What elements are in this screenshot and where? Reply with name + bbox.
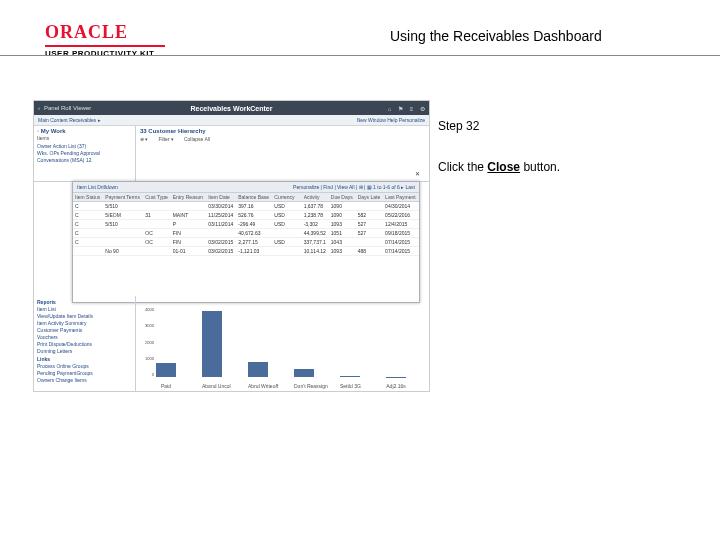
back-icon[interactable]: ‹ xyxy=(38,105,40,111)
instruction-post: button. xyxy=(520,160,560,174)
brand-block: ORACLE USER PRODUCTIVITY KIT xyxy=(45,22,165,58)
report-link[interactable]: Item Activity Summary xyxy=(37,320,132,326)
table-row[interactable]: COCFIN03/02/20152,277.15USD337,737.11043… xyxy=(73,238,419,247)
menu-icon[interactable]: ≡ xyxy=(410,106,414,112)
popup-title: Item List Drilldown xyxy=(77,184,118,190)
chart-bar xyxy=(340,376,360,377)
chart-xlabel: Paid xyxy=(156,383,176,389)
breadcrumb[interactable]: Main Content Receivables ▸ xyxy=(38,117,101,123)
left-pane: ◦ My Work Items Owner Action List (37) W… xyxy=(34,126,136,181)
table-row[interactable]: C5/EOM31MAINT11/25/2014526.76USD1,238.78… xyxy=(73,211,419,220)
table-row[interactable]: C5/510P03/11/2014-296.49USD-3,3021093527… xyxy=(73,220,419,229)
chart-xlabel: Settld 3G xyxy=(340,383,360,389)
toolbar: Main Content Receivables ▸ New Window He… xyxy=(34,115,429,126)
popup-header: Item List Drilldown Personalize | Find |… xyxy=(73,182,419,193)
table-header: Entry Reason xyxy=(171,193,207,202)
status-bar-chart xyxy=(156,307,416,377)
filter-dropdown[interactable]: Filter ▾ xyxy=(158,136,174,142)
embedded-app-screenshot: ‹ Panel Roll Viewer Receivables WorkCent… xyxy=(33,100,430,392)
instruction-pre: Click the xyxy=(438,160,487,174)
chart-bar xyxy=(294,369,314,377)
chart-xaxis: PaidAband UncolAbnd WriteoffDon't Reassi… xyxy=(156,383,416,389)
report-link[interactable]: Print Dispute/Deductions xyxy=(37,341,132,347)
popup-pager[interactable]: Personalize | Find | View All | ⊞ | ▦ 1 … xyxy=(293,184,415,190)
report-link[interactable]: View/Update Item Details xyxy=(37,313,132,319)
app-bar: ‹ Panel Roll Viewer Receivables WorkCent… xyxy=(34,101,429,115)
chart-bar xyxy=(202,311,222,377)
table-header: Item Status xyxy=(73,193,103,202)
toolbar-right[interactable]: New Window Help Personalize xyxy=(357,117,425,123)
filter-add[interactable]: ⊕ ▾ xyxy=(140,136,148,142)
left-section: Items xyxy=(37,135,132,141)
mywork-list: Owner Action List (37) Wks. OPs Pending … xyxy=(37,143,132,163)
chart-area: 40003000200010000 PaidAband UncolAbnd Wr… xyxy=(136,296,429,391)
flag-icon[interactable]: ⚑ xyxy=(398,106,403,112)
list-item[interactable]: Wks. OPs Pending Approval xyxy=(37,150,132,156)
chart-xlabel: Abnd Writeoff xyxy=(248,383,268,389)
lower-left-nav: Reports Item ListView/Update Item Detail… xyxy=(34,296,136,391)
instruction-target: Close xyxy=(487,160,520,174)
table-header: Activity xyxy=(302,193,329,202)
drilldown-popup: Item List Drilldown Personalize | Find |… xyxy=(72,181,420,303)
workcenter-title: Receivables WorkCenter xyxy=(191,105,273,112)
nav-link[interactable]: Process Online Groups xyxy=(37,363,132,369)
list-item[interactable]: Owner Action List (37) xyxy=(37,143,132,149)
table-header: Payment Terms xyxy=(103,193,143,202)
table-row[interactable]: No 9001-0103/02/2015-1,121.0310,114.1210… xyxy=(73,247,419,256)
table-header: Days Late xyxy=(356,193,383,202)
table-header: Currency xyxy=(272,193,297,202)
report-link[interactable]: Customer Payments xyxy=(37,327,132,333)
links-header: Links xyxy=(37,356,132,362)
brand-subtitle: USER PRODUCTIVITY KIT xyxy=(45,49,165,58)
brand-logo: ORACLE xyxy=(45,22,165,43)
gear-icon[interactable]: ⚙ xyxy=(420,106,425,112)
page-title: Using the Receivables Dashboard xyxy=(390,28,602,44)
step-label: Step 32 xyxy=(438,118,560,135)
report-link[interactable]: Vouchers xyxy=(37,334,132,340)
close-button[interactable]: ✕ xyxy=(415,171,420,177)
right-pane: 33 Customer Hierarchy ⊕ ▾ Filter ▾ Colla… xyxy=(136,126,429,181)
collapse-all[interactable]: Collapse All xyxy=(184,136,210,142)
header-rule xyxy=(0,55,720,56)
nav-link[interactable]: Pending PaymentGroups xyxy=(37,370,132,376)
chart-bar xyxy=(248,362,268,377)
instruction-panel: Step 32 Click the Close button. xyxy=(438,118,560,176)
instruction-text: Click the Close button. xyxy=(438,159,560,176)
reports-header: Reports xyxy=(37,299,132,305)
table-header: Cust Type xyxy=(143,193,170,202)
chart-xlabel: Don't Reassign xyxy=(294,383,314,389)
popup-controls: ✕ xyxy=(415,170,420,177)
table-header: Due Days xyxy=(329,193,356,202)
report-link[interactable]: Dunning Letters xyxy=(37,348,132,354)
table-row[interactable]: COCFIN40,672.6344,399.52105152709/18/201… xyxy=(73,229,419,238)
chart-bar xyxy=(156,363,176,377)
brand-divider xyxy=(45,45,165,47)
chart-xlabel: Aband Uncol xyxy=(202,383,222,389)
table-row[interactable]: C5/51003/30/2014397.16USD1,637.78109004/… xyxy=(73,202,419,211)
drilldown-table: Item StatusPayment TermsCust TypeEntry R… xyxy=(73,193,419,256)
table-header: Last Payment xyxy=(383,193,419,202)
table-header: Item Date xyxy=(206,193,236,202)
chart-yaxis: 40003000200010000 xyxy=(138,307,154,377)
report-link[interactable]: Item List xyxy=(37,306,132,312)
nav-link[interactable]: Owners Change Items xyxy=(37,377,132,383)
lower-area: Reports Item ListView/Update Item Detail… xyxy=(34,296,429,391)
chart-xlabel: Adj2.16s xyxy=(386,383,406,389)
home-icon[interactable]: ⌂ xyxy=(388,106,392,112)
list-item[interactable]: Conversations (MSA) 12 xyxy=(37,157,132,163)
hierarchy-header: 33 Customer Hierarchy xyxy=(140,128,425,134)
workcenter-panes: ◦ My Work Items Owner Action List (37) W… xyxy=(34,126,429,182)
table-header: Balance Base xyxy=(236,193,272,202)
mywork-header[interactable]: ◦ My Work xyxy=(37,128,132,134)
appbar-icons: ⌂ ⚑ ≡ ⚙ xyxy=(383,105,425,112)
